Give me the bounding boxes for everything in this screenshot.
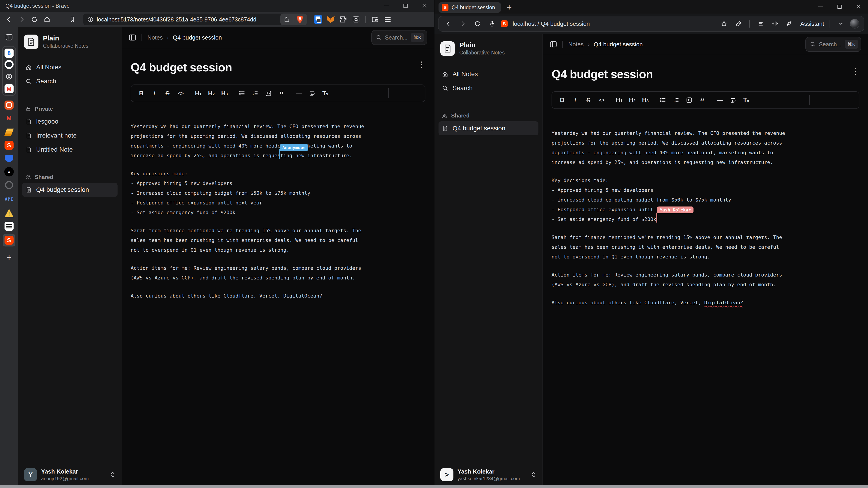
gmail-tab-icon[interactable] <box>4 84 13 93</box>
sidebar-item-all-notes[interactable]: All Notes <box>22 60 118 74</box>
close-button[interactable] <box>415 0 434 12</box>
site-info-icon[interactable] <box>87 16 94 23</box>
sidebar-item-search[interactable]: Search <box>438 81 538 95</box>
hard-break-button[interactable] <box>726 94 740 107</box>
strikethrough-button[interactable]: S <box>582 94 595 107</box>
maximize-button[interactable] <box>830 0 849 13</box>
user-menu[interactable]: Y Yash Kolekar anonjr192@gmail.com <box>22 466 118 481</box>
home-icon[interactable] <box>41 14 53 25</box>
heading1-button[interactable]: H1 <box>192 87 205 100</box>
vercel-tab-icon[interactable] <box>4 167 14 176</box>
bookmark-icon[interactable] <box>67 14 78 25</box>
chatgpt-tab-icon[interactable] <box>4 71 14 82</box>
equalizer-icon[interactable] <box>770 18 780 29</box>
note-menu-icon[interactable] <box>417 61 426 69</box>
assistant-icon[interactable] <box>784 18 795 29</box>
sidebar-panel-toggle-icon[interactable] <box>4 32 14 43</box>
bold-button[interactable]: B <box>135 87 148 100</box>
bullet-list-button[interactable] <box>236 87 249 100</box>
password-manager-extension-icon[interactable] <box>313 14 323 25</box>
sidebar-note-q4-budget-session[interactable]: Q4 budget session <box>438 121 538 135</box>
ordered-list-button[interactable]: 12 <box>670 94 683 107</box>
italic-button[interactable]: I <box>569 94 582 107</box>
horizontal-rule-button[interactable]: — <box>292 87 306 100</box>
minimize-button[interactable] <box>377 0 396 12</box>
maximize-button[interactable] <box>396 0 415 12</box>
heading3-button[interactable]: H3 <box>218 87 231 100</box>
sidebar-toggle-icon[interactable] <box>550 41 557 48</box>
italic-button[interactable]: I <box>148 87 161 100</box>
code-block-button[interactable] <box>683 94 696 107</box>
menu-icon[interactable] <box>382 14 393 25</box>
sidebar-toggle-icon[interactable] <box>129 34 136 41</box>
ubuntu-tab-icon[interactable] <box>4 101 13 109</box>
bold-button[interactable]: B <box>556 94 569 107</box>
api-tester-tab-icon[interactable] <box>4 194 14 204</box>
sidebar-item-search[interactable]: Search <box>22 74 118 88</box>
back-icon[interactable] <box>443 18 454 29</box>
user-menu[interactable]: > Yash Kolekar yashkolekar1234@gmail.com <box>438 466 538 481</box>
heading1-button[interactable]: H1 <box>613 94 626 107</box>
new-tab-icon[interactable] <box>4 252 14 263</box>
breadcrumb-notes[interactable]: Notes <box>147 34 163 41</box>
note-title[interactable]: Q4 budget session <box>131 61 232 74</box>
breadcrumb-notes[interactable]: Notes <box>568 41 584 48</box>
share-icon[interactable] <box>283 16 290 23</box>
microphone-icon[interactable] <box>487 18 497 29</box>
chevron-down-icon[interactable] <box>835 18 846 29</box>
svelte-tab-icon[interactable] <box>4 141 13 150</box>
search-button[interactable]: Search... ⌘K <box>805 37 861 52</box>
github-tab-icon[interactable] <box>4 60 13 69</box>
note-content[interactable]: Yesterday we had our quarterly financial… <box>131 122 426 301</box>
note-menu-icon[interactable] <box>851 67 860 75</box>
search-button[interactable]: Search... ⌘K <box>371 30 427 45</box>
inline-code-button[interactable]: <> <box>174 87 187 100</box>
blue-app-tab-icon[interactable] <box>4 153 14 164</box>
clear-formatting-button[interactable]: Tx <box>319 87 332 100</box>
reload-icon[interactable] <box>29 14 40 25</box>
sidebar-item-all-notes[interactable]: All Notes <box>438 67 538 81</box>
blockquote-button[interactable]: ” <box>275 87 288 100</box>
sidebar-note-lesgooo[interactable]: lesgooo <box>22 115 118 129</box>
code-block-button[interactable] <box>262 87 275 100</box>
profile-avatar[interactable] <box>850 19 860 29</box>
new-tab-icon[interactable]: + <box>507 2 512 12</box>
strikethrough-button[interactable]: S <box>161 87 174 100</box>
gray-logo-tab-icon[interactable] <box>4 180 14 191</box>
forward-icon[interactable] <box>16 14 27 25</box>
note-content[interactable]: Yesterday we had our quarterly financial… <box>552 128 860 307</box>
orange-layers-tab-icon[interactable] <box>4 127 14 138</box>
google-calendar-tab-icon[interactable] <box>4 48 13 58</box>
sidebar-note-irrelevant-note[interactable]: Irrelevant note <box>22 129 118 142</box>
back-icon[interactable] <box>4 14 14 25</box>
heading3-button[interactable]: H3 <box>639 94 652 107</box>
list-lines-tab-icon[interactable] <box>4 222 13 231</box>
close-button[interactable] <box>849 0 868 13</box>
browser-tab[interactable]: S Q4 budget session <box>438 2 501 13</box>
metamask-fox-icon[interactable] <box>326 14 336 25</box>
ordered-list-button[interactable]: 12 <box>249 87 262 100</box>
warning-tab-icon[interactable] <box>4 207 14 219</box>
clear-formatting-button[interactable]: Tx <box>740 94 753 107</box>
minimize-button[interactable] <box>811 0 830 13</box>
bookmark-star-icon[interactable] <box>719 18 730 29</box>
reader-lines-icon[interactable] <box>755 18 766 29</box>
wallet-icon[interactable] <box>370 14 380 25</box>
hard-break-button[interactable] <box>306 87 319 100</box>
copy-link-icon[interactable] <box>733 18 744 29</box>
heading2-button[interactable]: H2 <box>626 94 639 107</box>
sidebar-note-q4-budget-session[interactable]: Q4 budget session <box>22 183 118 197</box>
horizontal-rule-button[interactable]: — <box>713 94 726 107</box>
note-title[interactable]: Q4 budget session <box>552 67 653 81</box>
sidebar-note-untitled-note[interactable]: Untitled Note <box>22 142 118 157</box>
puzzle-extensions-icon[interactable] <box>338 14 348 25</box>
bullet-list-button[interactable] <box>656 94 670 107</box>
blockquote-button[interactable]: ” <box>696 94 709 107</box>
forward-icon[interactable] <box>458 18 468 29</box>
reload-icon[interactable] <box>472 18 483 29</box>
svelte-active-tab-icon[interactable] <box>3 234 16 247</box>
brave-shield-icon[interactable] <box>296 15 304 24</box>
url-text[interactable]: localhost / Q4 budget session <box>513 20 590 27</box>
search-box-icon[interactable] <box>351 14 361 25</box>
inline-code-button[interactable]: <> <box>595 94 608 107</box>
